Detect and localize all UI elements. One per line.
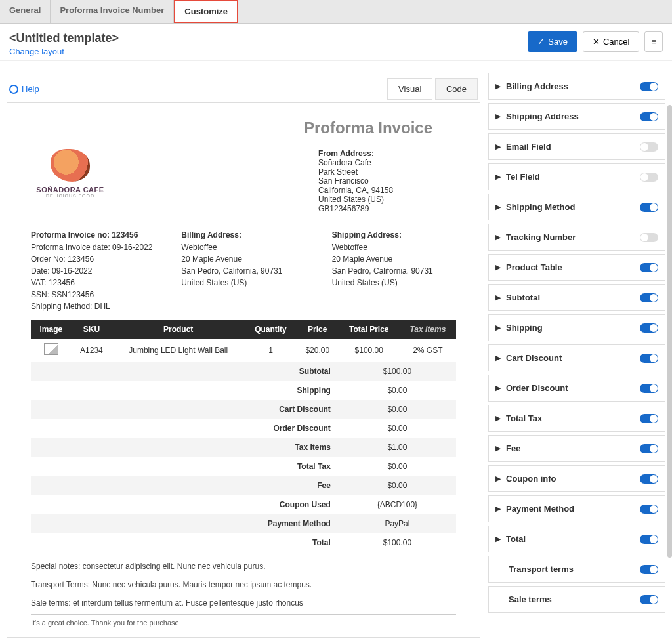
toggle[interactable] [640, 263, 658, 272]
panel-label: Sale terms [509, 594, 635, 604]
product-table: ImageSKUProductQuantityPriceTotal PriceT… [31, 320, 456, 552]
change-layout-link[interactable]: Change layout [9, 47, 119, 56]
arrow-icon: ▶ [495, 474, 501, 483]
billing-address: Billing Address: Webtoffee20 Maple Avenu… [181, 229, 305, 312]
panel-total[interactable]: ▶Total [488, 526, 665, 552]
toggle[interactable] [640, 505, 658, 514]
panel-label: Fee [506, 444, 635, 453]
panel-coupon-info[interactable]: ▶Coupon info [488, 465, 665, 492]
toggle[interactable] [640, 233, 658, 242]
arrow-icon: ▶ [495, 112, 501, 121]
invoice-info: Proforma Invoice no: 123456 Proforma Inv… [31, 229, 155, 312]
toggle[interactable] [640, 112, 658, 121]
toggle[interactable] [640, 444, 658, 453]
summary-row: Order Discount$0.00 [31, 419, 456, 438]
arrow-icon: ▶ [495, 444, 501, 453]
panel-label: Shipping Address [506, 112, 635, 121]
tab-number[interactable]: Proforma Invoice Number [51, 0, 174, 23]
menu-button[interactable]: ≡ [644, 31, 663, 52]
panel-label: Subtotal [506, 293, 635, 302]
panel-product-table[interactable]: ▶Product Table [488, 254, 665, 281]
arrow-icon: ▶ [495, 233, 501, 241]
arrow-icon: ▶ [495, 203, 501, 211]
toggle[interactable] [640, 82, 658, 91]
toggle[interactable] [640, 173, 658, 182]
panel-shipping-address[interactable]: ▶Shipping Address [488, 103, 665, 130]
toggle[interactable] [640, 474, 658, 484]
toggle[interactable] [640, 535, 658, 544]
panel-tracking-number[interactable]: ▶Tracking Number [488, 224, 665, 251]
toggle[interactable] [640, 323, 658, 333]
panel-label: Transport terms [509, 564, 635, 574]
panel-order-discount[interactable]: ▶Order Discount [488, 375, 665, 402]
arrow-icon: ▶ [495, 173, 501, 181]
template-title: <Untitled template> [9, 31, 119, 45]
special-notes: Special notes: consectetur adipiscing el… [31, 562, 456, 571]
panel-sale-terms[interactable]: Sale terms [488, 586, 665, 613]
panel-label: Coupon info [506, 474, 635, 484]
toggle[interactable] [640, 565, 658, 574]
detail-blocks: Proforma Invoice no: 123456 Proforma Inv… [31, 229, 456, 312]
save-button[interactable]: ✓Save [528, 31, 578, 52]
footer-note: It's a great choice. Thank you for the p… [31, 614, 456, 627]
panel-subtotal[interactable]: ▶Subtotal [488, 284, 665, 311]
toggle[interactable] [640, 142, 658, 152]
from-address: From Address: Soñadora CafePark StreetSa… [318, 149, 456, 213]
view-tabs: Visual Code [387, 78, 478, 100]
panel-payment-method[interactable]: ▶Payment Method [488, 495, 665, 522]
arrow-icon: ▶ [495, 505, 501, 513]
panel-total-tax[interactable]: ▶Total Tax [488, 405, 665, 432]
panel-cart-discount[interactable]: ▶Cart Discount [488, 344, 665, 371]
hamburger-icon: ≡ [651, 37, 656, 47]
panel-email-field[interactable]: ▶Email Field [488, 133, 665, 160]
panel-label: Shipping [506, 323, 635, 333]
header-bar: <Untitled template> Change layout ✓Save … [0, 24, 672, 61]
transport-terms: Transport Terms: Nunc nec vehicula purus… [31, 580, 456, 589]
toggle[interactable] [640, 414, 658, 423]
tab-visual[interactable]: Visual [387, 78, 432, 100]
help-icon [9, 85, 18, 94]
summary-row: Total Tax$0.00 [31, 457, 456, 476]
cancel-button[interactable]: ✕Cancel [583, 31, 639, 52]
summary-row: Tax items$1.00 [31, 438, 456, 457]
panel-tel-field[interactable]: ▶Tel Field [488, 163, 665, 190]
arrow-icon: ▶ [495, 535, 501, 543]
toggle[interactable] [640, 354, 658, 363]
toggle[interactable] [640, 384, 658, 393]
image-icon [44, 343, 58, 355]
arrow-icon: ▶ [495, 414, 501, 423]
logo: SOÑADORA CAFE DELICIOUS FOOD [31, 149, 110, 198]
panel-label: Total Tax [506, 413, 635, 423]
summary-row: Subtotal$100.00 [31, 362, 456, 381]
toggle[interactable] [640, 595, 658, 604]
panel-transport-terms[interactable]: Transport terms [488, 556, 665, 583]
summary-row: Shipping$0.00 [31, 381, 456, 400]
panel-billing-address[interactable]: ▶Billing Address [488, 73, 665, 100]
panel-list: ▶Billing Address▶Shipping Address▶Email … [488, 73, 665, 613]
panel-fee[interactable]: ▶Fee [488, 435, 665, 462]
panel-label: Payment Method [506, 504, 635, 514]
arrow-icon: ▶ [495, 293, 501, 302]
panel-label: Tracking Number [506, 232, 635, 242]
tab-code[interactable]: Code [435, 78, 478, 100]
panel-label: Tel Field [506, 172, 635, 182]
summary-row: Total$100.00 [31, 533, 456, 552]
sale-terms: Sale terms: et interdum tellus fermentum… [31, 598, 456, 608]
panel-shipping-method[interactable]: ▶Shipping Method [488, 194, 665, 220]
tab-general[interactable]: General [0, 0, 51, 23]
summary-row: Cart Discount$0.00 [31, 400, 456, 419]
arrow-icon: ▶ [495, 354, 501, 362]
check-icon: ✓ [537, 37, 545, 47]
panel-label: Billing Address [506, 81, 635, 91]
toggle[interactable] [640, 203, 658, 212]
shipping-address: Shipping Address: Webtoffee20 Maple Aven… [332, 229, 456, 312]
arrow-icon: ▶ [495, 384, 501, 392]
arrow-icon: ▶ [495, 323, 501, 332]
panel-shipping[interactable]: ▶Shipping [488, 314, 665, 341]
scrollbar[interactable] [667, 105, 672, 558]
help-link[interactable]: Help [9, 84, 39, 94]
toggle[interactable] [640, 293, 658, 302]
tab-customize[interactable]: Customize [174, 0, 238, 23]
summary-row: Payment MethodPayPal [31, 514, 456, 533]
top-tabs: General Proforma Invoice Number Customiz… [0, 0, 672, 24]
